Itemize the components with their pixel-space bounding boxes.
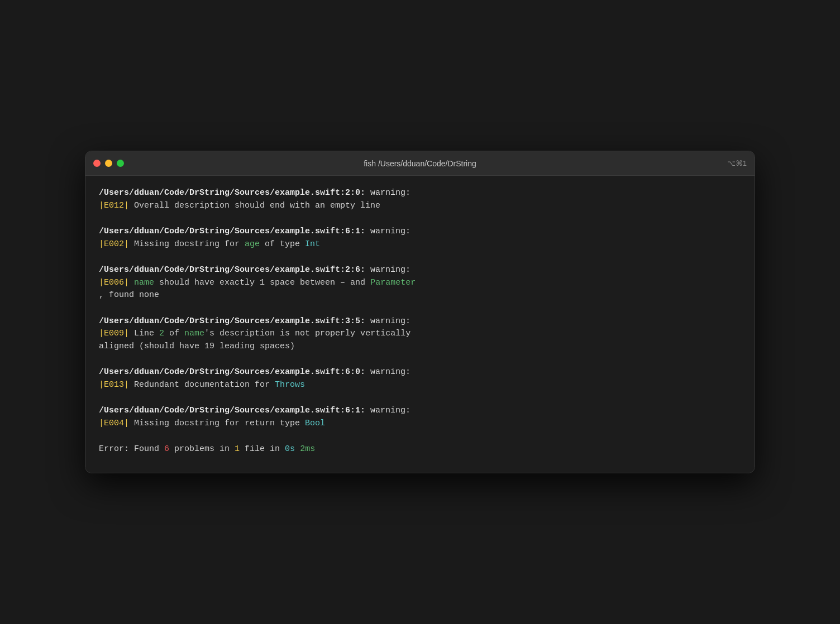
warning-line-3: /Users/dduan/Code/DrString/Sources/examp… xyxy=(99,264,741,302)
error-summary: Error: Found 6 problems in 1 file in 0s … xyxy=(99,443,741,456)
warning-line-5: /Users/dduan/Code/DrString/Sources/examp… xyxy=(99,366,741,391)
path-2: /Users/dduan/Code/DrString/Sources/examp… xyxy=(99,227,365,236)
warning-line-4: /Users/dduan/Code/DrString/Sources/examp… xyxy=(99,315,741,353)
warning-block-6: /Users/dduan/Code/DrString/Sources/examp… xyxy=(99,405,741,430)
ms-count: 2ms xyxy=(300,444,315,454)
seconds-count: 0s xyxy=(285,444,295,454)
error-count: 6 xyxy=(164,444,169,454)
warning-block-2: /Users/dduan/Code/DrString/Sources/examp… xyxy=(99,225,741,251)
summary-text: Error: Found 6 problems in 1 file in 0s … xyxy=(99,443,741,456)
warning-block-4: /Users/dduan/Code/DrString/Sources/examp… xyxy=(99,315,741,353)
path-5: /Users/dduan/Code/DrString/Sources/examp… xyxy=(99,367,365,377)
window-shortcut: ⌥⌘1 xyxy=(727,159,747,167)
titlebar: fish /Users/dduan/Code/DrString ⌥⌘1 xyxy=(85,151,755,176)
file-count: 1 xyxy=(235,444,240,454)
path-6: /Users/dduan/Code/DrString/Sources/examp… xyxy=(99,406,365,415)
throws-keyword: Throws xyxy=(275,380,305,390)
close-button[interactable] xyxy=(93,160,101,167)
warning-block-1: /Users/dduan/Code/DrString/Sources/examp… xyxy=(99,187,741,212)
maximize-button[interactable] xyxy=(117,160,124,167)
warning-line-6: /Users/dduan/Code/DrString/Sources/examp… xyxy=(99,405,741,430)
path-1: /Users/dduan/Code/DrString/Sources/examp… xyxy=(99,188,365,198)
warning-block-5: /Users/dduan/Code/DrString/Sources/examp… xyxy=(99,366,741,391)
path-4: /Users/dduan/Code/DrString/Sources/examp… xyxy=(99,316,365,326)
terminal-window: fish /Users/dduan/Code/DrString ⌥⌘1 /Use… xyxy=(85,151,755,473)
window-buttons xyxy=(93,160,124,167)
path-3: /Users/dduan/Code/DrString/Sources/examp… xyxy=(99,265,365,275)
minimize-button[interactable] xyxy=(105,160,112,167)
window-title: fish /Users/dduan/Code/DrString xyxy=(364,159,476,168)
warning-line-2: /Users/dduan/Code/DrString/Sources/examp… xyxy=(99,225,741,251)
terminal-body: /Users/dduan/Code/DrString/Sources/examp… xyxy=(85,176,755,473)
warning-line-1: /Users/dduan/Code/DrString/Sources/examp… xyxy=(99,187,741,212)
warning-block-3: /Users/dduan/Code/DrString/Sources/examp… xyxy=(99,264,741,302)
